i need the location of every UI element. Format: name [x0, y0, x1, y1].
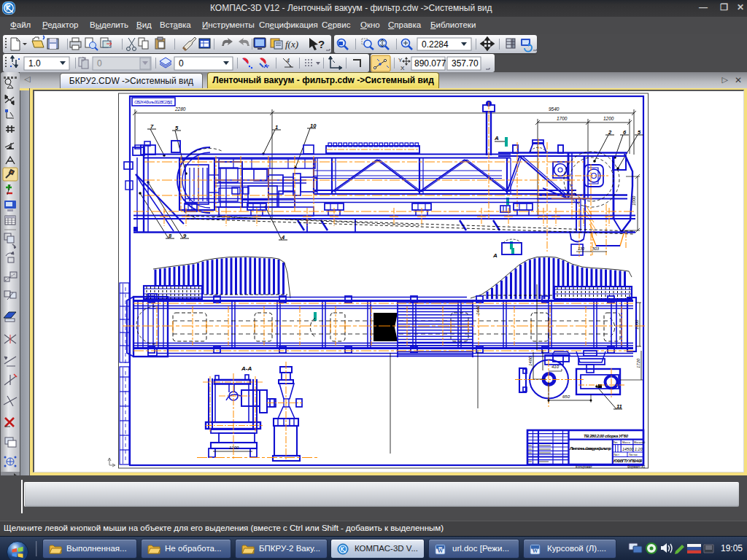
svg-text:1.0: 1.0	[28, 58, 41, 69]
svg-text:503: 503	[592, 246, 600, 251]
svg-text:0: 0	[179, 58, 184, 69]
svg-text:1000: 1000	[632, 195, 636, 206]
svg-text:f(x): f(x)	[285, 39, 298, 50]
svg-text:X: X	[400, 65, 405, 71]
svg-text:W: W	[532, 547, 538, 554]
svg-text:Ленточный вакуум-фильтр: Ленточный вакуум-фильтр	[569, 446, 611, 451]
svg-text:Масса: Масса	[622, 441, 630, 444]
svg-text:1720: 1720	[636, 358, 640, 368]
svg-text:1440: 1440	[476, 305, 480, 315]
svg-text:ТВ 280.2.00 сборка УГ60: ТВ 280.2.00 сборка УГ60	[584, 434, 629, 438]
svg-text:11: 11	[616, 403, 622, 410]
svg-text:9540: 9540	[549, 106, 560, 112]
svg-text:1:20: 1:20	[635, 447, 643, 451]
svg-text:1200: 1200	[229, 446, 239, 450]
svg-text:Листов: Листов	[629, 454, 638, 456]
svg-text:Лит.: Лит.	[614, 441, 619, 444]
svg-text:Масштаб: Масштаб	[634, 441, 645, 444]
svg-text:4: 4	[286, 57, 290, 64]
svg-text:А: А	[492, 252, 498, 259]
svg-text:1000: 1000	[635, 319, 639, 330]
svg-text:Формат А1: Формат А1	[627, 465, 646, 469]
svg-text:10: 10	[310, 122, 317, 129]
svg-text:2: 2	[608, 129, 612, 136]
svg-text:А: А	[494, 135, 499, 141]
svg-text:0.2284: 0.2284	[422, 39, 449, 50]
svg-text:СВ2Х.4.Филь.00.2.ВС2.ВД: СВ2Х.4.Филь.00.2.ВС2.ВД	[134, 100, 173, 104]
svg-text:1700: 1700	[557, 116, 568, 121]
svg-text:0: 0	[97, 58, 102, 69]
svg-text:650: 650	[562, 394, 570, 399]
svg-text:2280: 2280	[174, 106, 186, 112]
svg-text:▬: ▬	[438, 545, 442, 549]
svg-text:?: ?	[318, 38, 325, 50]
svg-text:Y: Y	[398, 57, 403, 63]
svg-text:1200: 1200	[603, 116, 614, 121]
svg-text:ЮФ ВГТУ УГ60-4-09: ЮФ ВГТУ УГ60-4-09	[614, 459, 643, 463]
svg-text:А-А: А-А	[241, 365, 252, 372]
svg-text:357.70: 357.70	[452, 58, 479, 69]
svg-text:Копировал: Копировал	[576, 465, 592, 469]
svg-text:Лист: Лист	[614, 454, 619, 456]
svg-text:14500: 14500	[622, 447, 634, 451]
svg-text:130: 130	[578, 246, 585, 251]
svg-text:410: 410	[551, 365, 560, 369]
svg-text:890.077: 890.077	[414, 58, 446, 69]
svg-text:1: 1	[275, 124, 278, 131]
svg-text:4: 4	[281, 234, 285, 241]
svg-text:1400: 1400	[528, 356, 533, 366]
